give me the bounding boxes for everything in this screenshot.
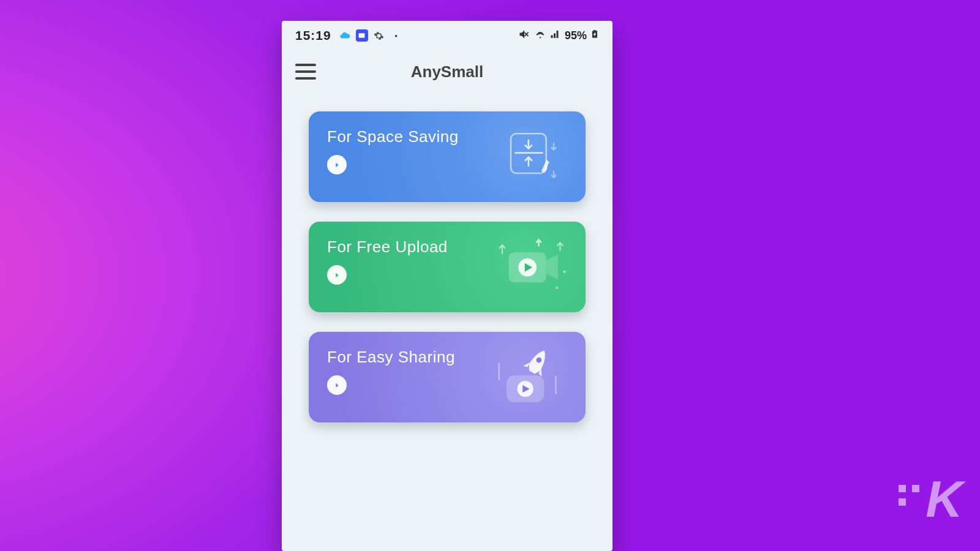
menu-button[interactable] (295, 64, 316, 80)
phone-screen: 15:19 ● 95% (282, 21, 612, 551)
app-bar: AnySmall (282, 50, 612, 93)
card-list: For Space Saving For Free Upload (282, 93, 612, 422)
status-bar: 15:19 ● 95% (282, 21, 612, 50)
more-notifications-dot-icon: ● (390, 29, 402, 42)
status-right-cluster: 95% (518, 28, 599, 43)
settings-icon (373, 29, 385, 42)
share-rocket-icon (485, 343, 571, 410)
battery-charging-icon (590, 28, 599, 43)
status-clock: 15:19 (295, 28, 331, 43)
battery-text: 95% (565, 29, 587, 42)
status-left-cluster: 15:19 ● (295, 28, 402, 43)
chevron-right-icon (327, 265, 347, 285)
app-title: AnySmall (411, 62, 484, 81)
wifi-icon (534, 28, 546, 43)
upload-video-icon (485, 233, 571, 300)
svg-rect-2 (594, 30, 596, 31)
svg-point-8 (563, 271, 565, 273)
cellular-signal-icon (550, 29, 561, 43)
watermark-letter: K (925, 470, 963, 529)
mute-icon (518, 28, 530, 43)
message-icon (356, 29, 368, 42)
chevron-right-icon (327, 375, 347, 395)
svg-rect-0 (359, 33, 365, 38)
compress-file-icon (485, 122, 571, 190)
card-space-saving[interactable]: For Space Saving (309, 111, 586, 202)
card-easy-sharing[interactable]: For Easy Sharing (309, 332, 586, 422)
card-free-upload[interactable]: For Free Upload (309, 222, 586, 312)
svg-point-7 (556, 287, 558, 289)
weather-icon (339, 29, 351, 42)
watermark-logo: K (899, 470, 963, 529)
watermark-dots-icon (899, 485, 919, 506)
chevron-right-icon (327, 155, 347, 174)
